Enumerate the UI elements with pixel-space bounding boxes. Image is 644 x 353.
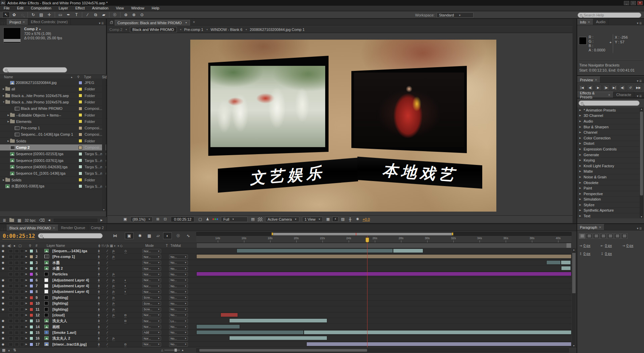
playhead-handle[interactable] (365, 237, 369, 242)
scrollbar-handle[interactable] (572, 253, 576, 293)
zoom-track[interactable] (164, 350, 180, 351)
time-navigator-range[interactable] (272, 233, 453, 235)
panel-menu-icon[interactable]: ▼☰ (634, 22, 644, 25)
paragraph-field-value[interactable]: 0 px (583, 244, 590, 248)
quality-switch-icon[interactable]: ∕ (107, 248, 108, 254)
switch-box[interactable] (9, 267, 13, 270)
project-item[interactable]: ▶SolidsFolder (0, 177, 106, 183)
layer-name[interactable]: 洗太夫人 (52, 318, 67, 323)
label-column-icon[interactable]: ⚲ (29, 244, 31, 248)
twirl-icon[interactable]: ▶ (579, 170, 582, 173)
switch-box[interactable] (15, 296, 19, 300)
quality-switch-icon[interactable]: ∕ (107, 330, 108, 335)
label-swatch[interactable] (79, 126, 82, 130)
twirl-icon[interactable]: ▶ (26, 260, 27, 265)
quality-switch-icon[interactable]: ∕ (107, 318, 108, 323)
label-swatch[interactable] (79, 113, 82, 117)
trkmat-dropdown[interactable]: No...▼ (169, 255, 188, 259)
effects-category[interactable]: ▶Color Correction (577, 135, 640, 141)
effects-category[interactable]: ▶3D Channel (577, 113, 640, 119)
scrollbar-handle[interactable] (199, 349, 367, 352)
label-swatch[interactable] (79, 133, 82, 136)
hand-tool-icon[interactable]: ✿ (10, 12, 18, 18)
switch-box[interactable] (20, 255, 24, 259)
timeline-tab-2[interactable]: Render Queue (58, 225, 88, 231)
panel-menu-icon[interactable]: ▼☰ (96, 22, 106, 25)
switch-box[interactable] (15, 308, 19, 311)
close-icon[interactable]: ✕ (599, 226, 601, 229)
mode-dropdown[interactable]: Nor...▼ (142, 261, 161, 265)
twirl-icon[interactable]: ▶ (26, 307, 27, 312)
layer-row[interactable]: ▶5Particlesϕ∕fxNor...▼No...▼ (0, 271, 572, 277)
twirl-icon[interactable]: ▶ (26, 254, 27, 259)
scroll-right-icon[interactable]: ▶ (101, 219, 103, 222)
fx-switch-icon[interactable]: fx (112, 248, 115, 254)
resolution-dropdown[interactable]: Full ▼ (221, 217, 248, 222)
twirl-icon[interactable]: ▶ (579, 165, 582, 167)
ram-preview-button[interactable]: ▶▶ (635, 85, 642, 91)
paragraph-field[interactable]: ↧0 px (601, 252, 612, 256)
twirl-icon[interactable]: ▶ (7, 120, 10, 123)
label-swatch[interactable] (79, 172, 82, 175)
layer-duration-bar[interactable] (561, 260, 571, 265)
twirl-icon[interactable]: ▶ (579, 187, 582, 189)
mode-dropdown[interactable]: Add▼ (142, 330, 161, 335)
label-swatch[interactable] (79, 184, 82, 188)
layer-label-swatch[interactable] (30, 290, 33, 294)
view-layout-dropdown[interactable]: 1 View ▼ (302, 217, 323, 222)
anchor-switch-icon[interactable]: ϕ (98, 266, 100, 271)
project-item[interactable]: Sequence [02001-02153].tgaTarga S...nce (0, 151, 106, 157)
mode-dropdown[interactable]: Nor...▼ (142, 278, 161, 282)
label-swatch[interactable] (79, 87, 82, 91)
effects-category[interactable]: ▶Knoll Light Factory (577, 163, 640, 169)
twirl-icon[interactable]: ▶ (579, 181, 582, 184)
panel-menu-icon[interactable]: ▼☰ (634, 95, 644, 98)
project-item[interactable]: Pre-comp 1Composi...n (0, 125, 106, 131)
effects-category[interactable]: ▶Matte (577, 169, 640, 175)
type-tool-icon[interactable]: T (73, 12, 80, 18)
switch-box[interactable] (15, 261, 19, 265)
anchor-switch-icon[interactable]: ϕ (98, 271, 100, 277)
effects-category[interactable]: ▶Perspective (577, 191, 640, 197)
timeline-search-input[interactable] (44, 234, 100, 238)
layer-row[interactable]: ◉▶14画框ϕ∕Nor...▼No...▼ (0, 324, 572, 330)
mode-dropdown[interactable]: Scre...▼ (142, 301, 161, 306)
mask-switch-icon[interactable]: ◘ (124, 312, 127, 318)
layer-row[interactable]: ◉▶7[Adjustment Layer 4]ϕ∕fx◐Nor...▼No...… (0, 283, 572, 289)
label-swatch[interactable] (79, 107, 82, 111)
twirl-icon[interactable]: ▶ (26, 283, 27, 289)
project-item[interactable]: Black and White PROMOComposi...n (0, 105, 106, 112)
anchor-switch-icon[interactable]: ϕ (98, 283, 100, 289)
twirl-icon[interactable]: ▶ (26, 289, 27, 294)
scrollbar-handle[interactable] (640, 112, 643, 195)
menu-composition[interactable]: Composition (27, 6, 55, 11)
switch-box[interactable] (20, 290, 24, 294)
layer-label-swatch[interactable] (30, 313, 33, 317)
label-swatch[interactable] (79, 178, 82, 182)
switch-box[interactable] (15, 290, 19, 294)
switch-box[interactable] (20, 249, 24, 253)
paragraph-field[interactable]: ⇥0 px (622, 244, 633, 248)
search-help-input[interactable] (584, 13, 639, 17)
layer-label-swatch[interactable] (30, 278, 33, 282)
region-of-interest-icon[interactable]: ⊡ (162, 217, 168, 221)
project-item[interactable]: ▶allFolder (0, 86, 106, 92)
trkmat-dropdown[interactable]: No...▼ (169, 330, 188, 335)
quality-switch-icon[interactable]: ∕ (107, 307, 108, 312)
axis-world-icon[interactable]: ⊗ (130, 12, 138, 18)
mode-dropdown[interactable]: Nor...▼ (142, 325, 161, 329)
justify-button-5[interactable] (614, 233, 621, 239)
rotation-tool-icon[interactable]: ↻ (30, 12, 37, 18)
quality-switch-icon[interactable]: ∕ (107, 271, 108, 277)
layer-duration-bar[interactable] (237, 249, 393, 253)
switch-box[interactable] (9, 290, 13, 294)
tab-project[interactable]: Project ✕ (7, 19, 28, 25)
layer-duration-bar[interactable] (196, 254, 572, 259)
layer-name[interactable]: 水墨 2 (52, 266, 63, 271)
quality-switch-icon[interactable]: ∕ (107, 277, 108, 283)
label-swatch[interactable] (79, 81, 82, 85)
twirl-icon[interactable]: ▶ (26, 336, 27, 341)
twirl-icon[interactable]: ▶ (579, 153, 582, 156)
effects-category[interactable]: ▶Stylize (577, 202, 640, 208)
twirl-icon[interactable]: ▶ (26, 301, 27, 306)
